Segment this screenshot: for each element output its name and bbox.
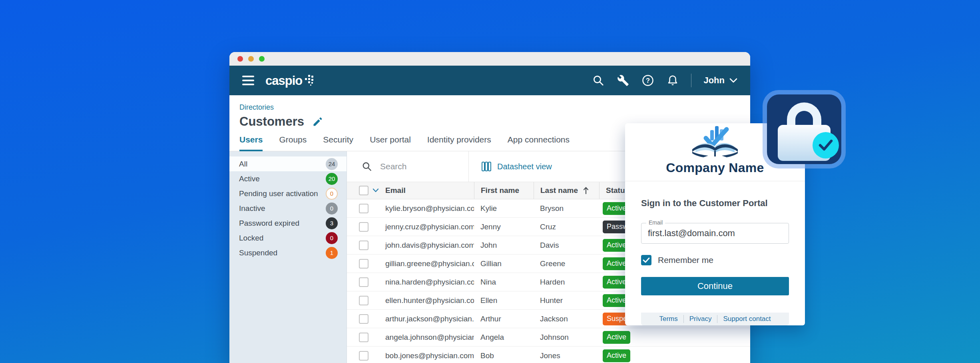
filter-label: Active [239, 174, 260, 183]
caspio-pixel-mark [305, 74, 314, 86]
breadcrumb[interactable]: Directories [239, 103, 750, 112]
email-field-label: Email [646, 219, 665, 226]
select-all-checkbox[interactable] [359, 186, 368, 195]
datasheet-view-button[interactable]: Datasheet view [469, 151, 552, 182]
table-row[interactable]: angela.johnson@physician.com Angela John… [347, 328, 750, 347]
cell-last-name: Bryson [534, 204, 599, 213]
search-icon [592, 74, 604, 86]
row-checkbox[interactable] [359, 241, 368, 250]
cell-first-name: Bob [474, 351, 534, 360]
caspio-logo[interactable]: caspio [265, 74, 314, 87]
app-header: caspio [229, 66, 750, 95]
tab[interactable]: Identity providers [427, 135, 491, 151]
cell-email: nina.harden@physician.com [379, 278, 474, 287]
search-button[interactable] [592, 74, 605, 87]
column-header-last-name[interactable]: Last name [534, 182, 599, 199]
tab[interactable]: Users [239, 135, 263, 151]
table-row[interactable]: bob.jones@physician.com Bob Jones Active [347, 347, 750, 363]
portal-footer-link[interactable]: Terms [653, 315, 683, 323]
user-menu[interactable]: John [703, 75, 737, 86]
minimize-window-button[interactable] [248, 56, 254, 62]
status-filter-item[interactable]: Inactive 0 [229, 201, 347, 216]
tab-label: Users [239, 135, 263, 144]
filter-count-badge: 1 [326, 247, 338, 259]
signin-heading: Sign in to the Customer Portal [641, 198, 789, 209]
status-filter-item[interactable]: Locked 0 [229, 231, 347, 245]
search-icon [362, 161, 372, 172]
filter-label: Locked [239, 234, 263, 243]
tab[interactable]: Groups [279, 135, 307, 151]
tab[interactable]: Security [323, 135, 353, 151]
tab-label: User portal [370, 135, 411, 144]
filter-label: All [239, 160, 247, 168]
help-button[interactable]: ? [641, 74, 654, 87]
cell-email: ellen.hunter@physician.com [379, 296, 474, 305]
status-filter-item[interactable]: Suspended 1 [229, 245, 347, 260]
status-filter-item[interactable]: Active 20 [229, 171, 347, 186]
caspio-wordmark: caspio [265, 74, 302, 87]
status-filter-sidebar: All 24 Active 20 Pending user activation… [229, 151, 347, 363]
column-header-first-name[interactable]: First name [474, 182, 534, 199]
filter-label: Inactive [239, 204, 265, 213]
cell-email: angela.johnson@physician.com [379, 333, 474, 342]
row-checkbox[interactable] [359, 277, 368, 287]
filter-count-badge: 0 [326, 203, 338, 215]
svg-text:?: ? [646, 77, 650, 84]
email-field[interactable] [641, 223, 789, 243]
chevron-down-icon [729, 78, 737, 83]
cell-email: bob.jones@physician.com [379, 351, 474, 360]
header-divider [691, 74, 691, 87]
tab[interactable]: App connections [508, 135, 570, 151]
cell-first-name: John [474, 241, 534, 250]
sort-ascending-icon [583, 187, 589, 195]
status-filter-item[interactable]: Pending user activation 0 [229, 186, 347, 201]
header-actions: ? John [592, 74, 737, 87]
security-lock-badge [763, 90, 846, 168]
continue-button[interactable]: Continue [641, 277, 789, 295]
remember-me-label: Remember me [658, 255, 713, 265]
tools-button[interactable] [617, 74, 629, 87]
menu-button[interactable] [242, 76, 254, 85]
columns-icon [481, 161, 492, 172]
tab[interactable]: User portal [370, 135, 411, 151]
row-checkbox[interactable] [359, 259, 368, 269]
status-filter-item[interactable]: Password expired 3 [229, 216, 347, 231]
notifications-button[interactable] [666, 74, 679, 87]
tab-label: Security [323, 135, 353, 144]
select-menu-chevron-icon[interactable] [372, 188, 379, 193]
portal-footer-link[interactable]: Support contact [717, 315, 776, 323]
filter-count-badge: 0 [326, 188, 338, 200]
row-checkbox[interactable] [359, 296, 368, 305]
cell-first-name: Nina [474, 278, 534, 287]
edit-title-button[interactable] [312, 116, 323, 127]
row-checkbox[interactable] [359, 204, 368, 213]
zoom-window-button[interactable] [259, 56, 265, 62]
cell-email: jenny.cruz@physician.com [379, 223, 474, 231]
close-window-button[interactable] [237, 56, 243, 62]
datasheet-view-label: Datasheet view [497, 162, 552, 171]
status-filter-item[interactable]: All 24 [229, 156, 347, 171]
search-box [347, 151, 469, 182]
row-checkbox[interactable] [359, 333, 368, 342]
filter-label: Pending user activation [239, 189, 318, 198]
remember-me-checkbox[interactable]: Remember me [641, 255, 789, 265]
row-checkbox[interactable] [359, 351, 368, 361]
cell-first-name: Ellen [474, 296, 534, 305]
row-checkbox[interactable] [359, 314, 368, 324]
cell-first-name: Kylie [474, 204, 534, 213]
cell-last-name: Johnson [534, 333, 599, 342]
tab-label: App connections [508, 135, 570, 144]
filter-count-badge: 3 [326, 217, 338, 229]
portal-footer-link[interactable]: Privacy [683, 315, 717, 323]
bell-icon [667, 74, 679, 86]
cell-email: gillian.greene@physician.com [379, 259, 474, 268]
cell-last-name: Davis [534, 241, 599, 250]
search-input[interactable] [380, 162, 464, 171]
page-title: Customers [239, 114, 304, 129]
cell-email: arthur.jackson@physician.com [379, 315, 474, 323]
cell-last-name: Jones [534, 351, 599, 360]
cell-last-name: Harden [534, 278, 599, 287]
cell-first-name: Jenny [474, 223, 534, 231]
column-header-email[interactable]: Email [379, 182, 474, 199]
row-checkbox[interactable] [359, 222, 368, 232]
